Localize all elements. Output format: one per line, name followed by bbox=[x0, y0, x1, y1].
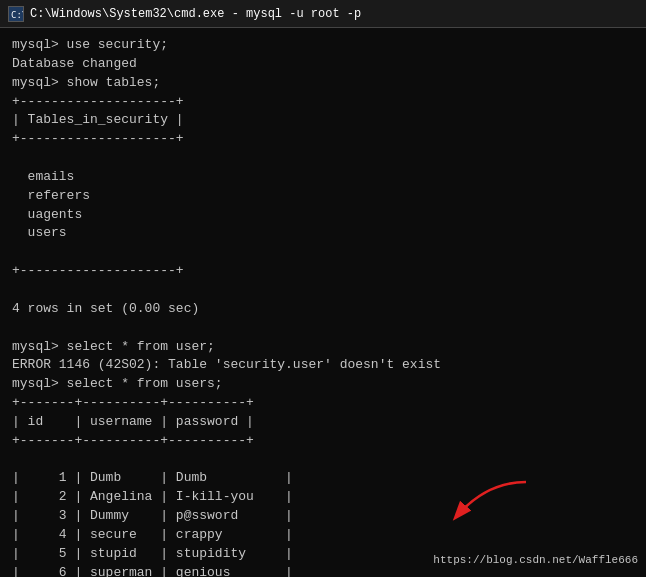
table1-row-uagents: uagents bbox=[12, 206, 634, 225]
table2-border-top: +-------+----------+----------+ bbox=[12, 394, 634, 413]
data-row-1: | 1 | Dumb | Dumb | bbox=[12, 469, 634, 488]
table1-row-referers: referers bbox=[12, 187, 634, 206]
url-label: https://blog.csdn.net/Waffle666 bbox=[433, 553, 638, 569]
svg-text:C:\: C:\ bbox=[11, 10, 23, 20]
table1-border-top: +--------------------+ bbox=[12, 93, 634, 112]
cmd-select-user: mysql> select * from user; bbox=[12, 338, 634, 357]
cmd-show-tables: mysql> show tables; bbox=[12, 74, 634, 93]
table1-row-users: users bbox=[12, 224, 634, 243]
cmd-select-users: mysql> select * from users; bbox=[12, 375, 634, 394]
rows-in-set: 4 rows in set (0.00 sec) bbox=[12, 300, 634, 319]
table1-border-mid: +--------------------+ bbox=[12, 130, 634, 149]
title-bar: C:\ C:\Windows\System32\cmd.exe - mysql … bbox=[0, 0, 646, 28]
table1-border-bot: +--------------------+ bbox=[12, 262, 634, 281]
table2-header: | id | username | password | bbox=[12, 413, 634, 432]
data-row-3: | 3 | Dummy | p@ssword | bbox=[12, 507, 634, 526]
table1-row-empty bbox=[12, 149, 634, 168]
row-count bbox=[12, 281, 634, 300]
table1-header: | Tables_in_security | bbox=[12, 111, 634, 130]
table1-row-emails: emails bbox=[12, 168, 634, 187]
error-line: ERROR 1146 (42S02): Table 'security.user… bbox=[12, 356, 634, 375]
data-row-2: | 2 | Angelina | I-kill-you | bbox=[12, 488, 634, 507]
cmd-use-security: mysql> use security; bbox=[12, 36, 634, 55]
cmd-icon: C:\ bbox=[8, 6, 24, 22]
data-row-4: | 4 | secure | crappy | bbox=[12, 526, 634, 545]
blank1 bbox=[12, 319, 634, 338]
terminal-area: mysql> use security; Database changed my… bbox=[0, 28, 646, 577]
table2-border-mid: +-------+----------+----------+ bbox=[12, 432, 634, 451]
arrow-indicator bbox=[446, 477, 526, 527]
table2-empty bbox=[12, 451, 634, 470]
output-db-changed: Database changed bbox=[12, 55, 634, 74]
table1-row-empty2 bbox=[12, 243, 634, 262]
window-title: C:\Windows\System32\cmd.exe - mysql -u r… bbox=[30, 7, 361, 21]
